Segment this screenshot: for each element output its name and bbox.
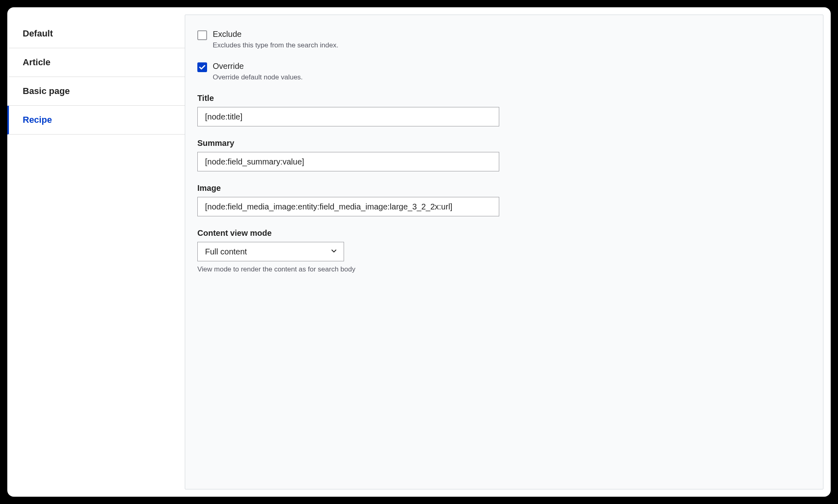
override-label-group: Override Override default node values. — [213, 62, 303, 81]
tab-article[interactable]: Article — [7, 48, 185, 77]
exclude-label-group: Exclude Excludes this type from the sear… — [213, 30, 338, 49]
summary-label: Summary — [197, 139, 811, 148]
tab-label: Default — [23, 28, 53, 38]
summary-input[interactable] — [197, 152, 499, 171]
view-mode-select[interactable]: Full content — [197, 242, 344, 261]
tab-label: Recipe — [23, 115, 52, 125]
tab-default[interactable]: Default — [7, 19, 185, 48]
override-label: Override — [213, 62, 303, 71]
view-mode-label: Content view mode — [197, 229, 811, 238]
exclude-checkbox[interactable] — [197, 30, 207, 40]
vertical-tabs: Default Article Basic page Recipe — [7, 15, 185, 489]
title-input[interactable] — [197, 107, 499, 126]
app-frame: Default Article Basic page Recipe Exclud… — [7, 7, 831, 497]
image-label: Image — [197, 184, 811, 193]
view-mode-group: Content view mode Full content View mode… — [197, 229, 811, 273]
tab-basic-page[interactable]: Basic page — [7, 77, 185, 106]
image-input[interactable] — [197, 197, 499, 216]
view-mode-help: View mode to render the content as for s… — [197, 265, 811, 273]
exclude-label: Exclude — [213, 30, 338, 39]
exclude-description: Excludes this type from the search index… — [213, 41, 338, 49]
view-mode-select-wrap: Full content — [197, 242, 344, 261]
tab-label: Basic page — [23, 86, 70, 96]
override-description: Override default node values. — [213, 73, 303, 81]
title-label: Title — [197, 94, 811, 103]
check-icon — [199, 64, 205, 70]
image-group: Image — [197, 184, 811, 216]
title-group: Title — [197, 94, 811, 126]
tab-recipe[interactable]: Recipe — [7, 106, 185, 135]
override-checkbox[interactable] — [197, 62, 207, 72]
exclude-row: Exclude Excludes this type from the sear… — [197, 30, 811, 49]
summary-group: Summary — [197, 139, 811, 171]
settings-panel: Exclude Excludes this type from the sear… — [185, 15, 823, 489]
override-row: Override Override default node values. — [197, 62, 811, 81]
tab-label: Article — [23, 57, 50, 67]
